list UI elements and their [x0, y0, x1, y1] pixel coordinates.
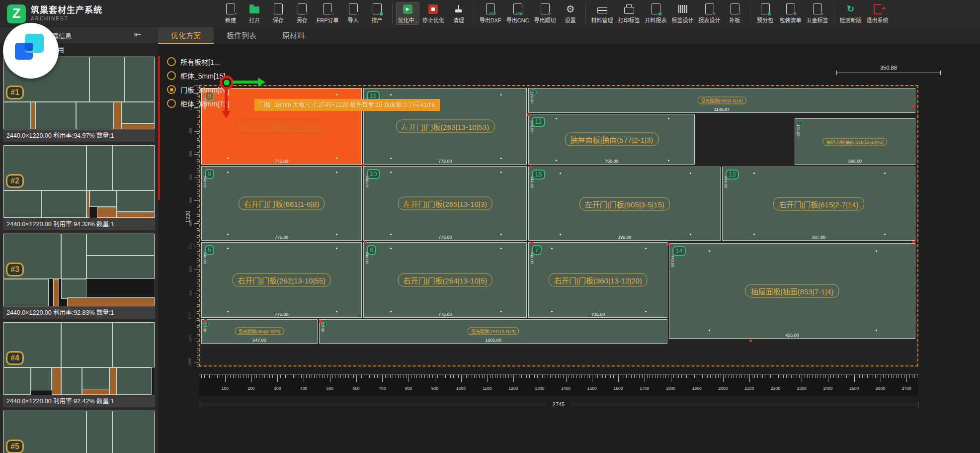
- toolbar-button-report-design[interactable]: ✎报表设计: [697, 2, 722, 24]
- scroll-accent-bar[interactable]: [158, 56, 160, 200]
- toolbar-button-doc-import[interactable]: ↓导入: [342, 2, 364, 24]
- board-panel-p13[interactable]: 13右开门|门板(615|2-7|14)387.00348.00: [722, 167, 915, 241]
- toolbar-button-play[interactable]: ▶优化中..: [397, 2, 419, 24]
- ruler-tick: [487, 375, 488, 382]
- top-measurement: 350.88: [836, 65, 941, 73]
- ruler-tick: [684, 375, 684, 378]
- preview-offcut-rect: [121, 123, 155, 129]
- toolbar-button-brush[interactable]: 清理: [448, 2, 470, 24]
- ruler-tick: [537, 375, 538, 378]
- ruler-tick: [805, 375, 805, 378]
- toolbar-button-hardware-label[interactable]: ⊙五金标签: [805, 2, 830, 24]
- material-filter-radio[interactable]: 柜体_18mm[73]: [167, 96, 229, 110]
- toolbar-button-export-dxf[interactable]: DXF导出DXF: [478, 2, 503, 24]
- toolbar-button-label: 标签设计: [672, 16, 694, 24]
- ruler-tick: [540, 375, 540, 382]
- ruler-tick: [852, 375, 852, 378]
- board-panel-p6[interactable]: 6右开门|门板(264|13-10|5)775.00348.00: [363, 242, 527, 318]
- doc-tag: ☰: [793, 12, 797, 16]
- ruler-tick: [519, 375, 519, 378]
- ruler-tick: [448, 375, 448, 378]
- plan-number-badge: #5: [6, 440, 24, 453]
- board-panel-p10[interactable]: 10左开门|门板(265|13-10|3)775.00348.00: [363, 166, 527, 241]
- collapse-sidebar-icon[interactable]: ⇤: [134, 29, 141, 40]
- board-panel-p15[interactable]: 15左开门|门板(905|3-5|15)395.00348.00: [528, 167, 721, 241]
- ruler-tick: [197, 309, 199, 309]
- preview-panel-rect: [3, 190, 41, 218]
- ruler-tick: [197, 366, 199, 367]
- material-filter-radio[interactable]: 柜体_5mm[15]: [167, 69, 229, 83]
- toolbar-button-pre-pack[interactable]: 品预分包: [754, 2, 776, 24]
- toolbar-button-pack-list[interactable]: ☰包装清单: [778, 2, 803, 24]
- cut-marker-dot: [667, 243, 670, 245]
- ruler-label: 1300: [535, 386, 544, 391]
- toolbar-button-doc-plus[interactable]: +新建: [220, 2, 242, 24]
- ruler-tick: [194, 293, 199, 293]
- board-panel-p4[interactable]: 4抽屉面板|抽面(256|13-10|45)396.00161.00: [795, 118, 915, 165]
- board-panel-p7[interactable]: 7右开门|门板(360|13-12|20)435.00348.00: [528, 242, 667, 318]
- board-panel-p5[interactable]: 5右开门|门板(262|13-10|55)775.00348.00: [201, 242, 362, 318]
- toolbar-button-printer[interactable]: 打印标签: [617, 2, 642, 24]
- plan-thumbnail-5[interactable]: #5: [3, 410, 155, 453]
- board-panel-p14[interactable]: 14抽屉面板|抽面(853|7-1|4)455.00445.00: [669, 243, 915, 339]
- toolbar-button-export-cnc[interactable]: CNC导出CNC: [505, 2, 531, 24]
- toolbar-button-image[interactable]: ▦排产: [366, 2, 388, 24]
- layers-glyph: [597, 10, 607, 13]
- tab-板件列表[interactable]: 板件列表: [214, 27, 269, 44]
- ruler-tick: [526, 375, 527, 378]
- floating-overlay-logo[interactable]: [3, 23, 59, 79]
- toolbar-button-patch-board[interactable]: +补板: [724, 2, 746, 24]
- ruler-tick: [645, 375, 645, 382]
- toolbar-button-clipboard[interactable]: ≡ERP订单: [315, 2, 340, 24]
- cutting-board[interactable]: 8左开门|门板(660|1-6|16)775.00334.0011左开门|门板(…: [199, 85, 918, 366]
- ruler-tick: [299, 375, 299, 378]
- ruler-tick: [888, 375, 889, 378]
- ruler-tick: [228, 375, 228, 378]
- toolbar-button-folder[interactable]: 打开: [244, 2, 265, 24]
- board-panel-s3[interactable]: 3见光踢脚(906|3-5|18)1145.87110.00: [528, 88, 915, 113]
- toolbar-button-refresh[interactable]: ↻检测新版: [838, 2, 863, 24]
- material-filter-radio[interactable]: 门板_18mm[20]: [167, 83, 229, 96]
- ruler-tick: [726, 375, 726, 378]
- ruler-tick: [380, 375, 380, 378]
- toolbar-button-layers[interactable]: 材料管理: [590, 2, 615, 24]
- toolbar-button-save-as[interactable]: ✓另存: [291, 2, 313, 24]
- tab-原材料[interactable]: 原材料: [269, 27, 318, 44]
- ruler-tick: [197, 295, 199, 295]
- board-panel-p9[interactable]: 9右开门|门板(661|1-6|8)775.00348.00: [201, 166, 362, 241]
- board-panel-s1[interactable]: 1见光踢脚(484|4-9|20)547.0090.00: [201, 319, 318, 344]
- toolbar-button-save[interactable]: 保存: [267, 2, 289, 24]
- ruler-tick: [197, 251, 199, 252]
- cut-marker-dot: [206, 167, 208, 169]
- toolbar-button-cut-report[interactable]: ▤开料报表: [644, 2, 668, 24]
- material-filter-radio[interactable]: 所有板材[1...: [167, 55, 229, 69]
- ruler-tick: [810, 375, 810, 378]
- doc-glyph: ⊙: [813, 3, 822, 14]
- ruler-label: 1900: [692, 386, 702, 391]
- ruler-tick: [197, 221, 199, 222]
- plan-thumbnail-3[interactable]: #32440.0×1220.00 利用率:92.83% 数量:1: [3, 233, 155, 319]
- ruler-tick: [778, 375, 779, 378]
- drill-dot: [390, 158, 392, 159]
- ruler-tick: [678, 375, 679, 378]
- doc-tag: ▦: [379, 12, 384, 16]
- toolbar-button-gear[interactable]: ⚙设置: [560, 2, 581, 24]
- ruler-tick: [492, 375, 493, 378]
- toolbar-button-exit[interactable]: 退出系统: [865, 2, 890, 24]
- ruler-tick: [194, 131, 199, 132]
- board-panel-s2[interactable]: 2见光踢脚(161|13-9|13)1605.0090.00: [319, 319, 668, 344]
- play-glyph: ▶: [403, 4, 412, 14]
- ruler-tick: [881, 375, 881, 382]
- plan-thumbnail-2[interactable]: #22440.0×1220.00 利用率:94.33% 数量:1: [3, 145, 155, 230]
- board-panel-p12[interactable]: 12抽屉面板|抽面(577|2-1|3)758.00220.00: [528, 114, 695, 165]
- ruler-tick: [676, 375, 676, 378]
- ruler-tick: [385, 375, 386, 378]
- ruler-tick: [197, 346, 199, 346]
- plan-thumbnail-4[interactable]: #42440.0×1220.00 利用率:92.42% 数量:1: [3, 322, 155, 407]
- tab-优化方案[interactable]: 优化方案: [158, 27, 214, 44]
- plan-number-badge: #4: [6, 351, 24, 365]
- toolbar-button-export-cut[interactable]: ⟳导出顺切: [533, 2, 558, 24]
- toolbar-button-stop[interactable]: 停止优化: [421, 2, 446, 24]
- cut-marker-dot: [527, 113, 529, 116]
- toolbar-button-barcode[interactable]: 标签设计: [670, 2, 695, 24]
